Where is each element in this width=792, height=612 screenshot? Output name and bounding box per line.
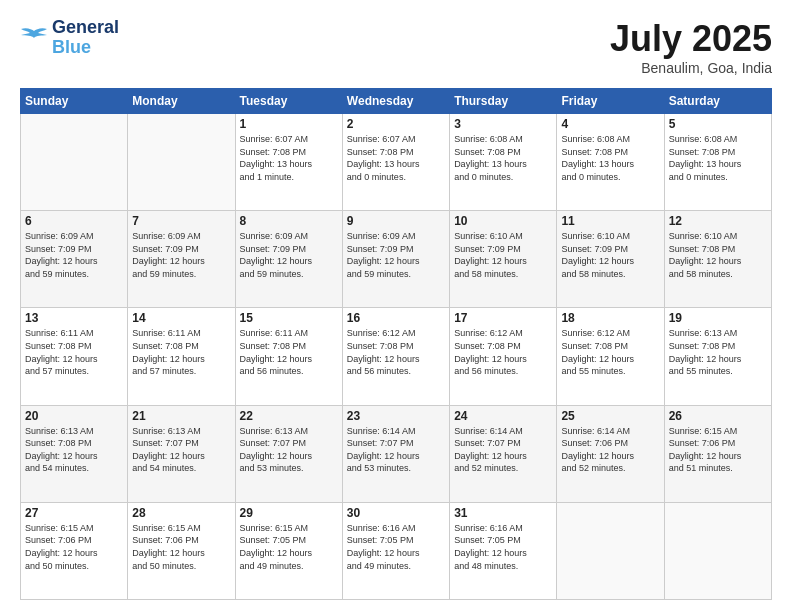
- col-wednesday: Wednesday: [342, 89, 449, 114]
- logo-icon: [20, 27, 48, 49]
- calendar-week-2: 6Sunrise: 6:09 AM Sunset: 7:09 PM Daylig…: [21, 211, 772, 308]
- calendar-cell: 25Sunrise: 6:14 AM Sunset: 7:06 PM Dayli…: [557, 405, 664, 502]
- header: General Blue July 2025 Benaulim, Goa, In…: [20, 18, 772, 76]
- day-info: Sunrise: 6:14 AM Sunset: 7:06 PM Dayligh…: [561, 425, 659, 475]
- calendar-cell: 18Sunrise: 6:12 AM Sunset: 7:08 PM Dayli…: [557, 308, 664, 405]
- day-number: 15: [240, 311, 338, 325]
- day-info: Sunrise: 6:07 AM Sunset: 7:08 PM Dayligh…: [240, 133, 338, 183]
- day-number: 9: [347, 214, 445, 228]
- calendar-cell: 30Sunrise: 6:16 AM Sunset: 7:05 PM Dayli…: [342, 502, 449, 599]
- day-info: Sunrise: 6:13 AM Sunset: 7:08 PM Dayligh…: [669, 327, 767, 377]
- day-info: Sunrise: 6:11 AM Sunset: 7:08 PM Dayligh…: [132, 327, 230, 377]
- calendar-week-3: 13Sunrise: 6:11 AM Sunset: 7:08 PM Dayli…: [21, 308, 772, 405]
- day-number: 3: [454, 117, 552, 131]
- day-number: 8: [240, 214, 338, 228]
- calendar-cell: 14Sunrise: 6:11 AM Sunset: 7:08 PM Dayli…: [128, 308, 235, 405]
- day-number: 10: [454, 214, 552, 228]
- month-title: July 2025: [610, 18, 772, 60]
- day-number: 5: [669, 117, 767, 131]
- calendar-cell: 7Sunrise: 6:09 AM Sunset: 7:09 PM Daylig…: [128, 211, 235, 308]
- title-block: July 2025 Benaulim, Goa, India: [610, 18, 772, 76]
- day-number: 18: [561, 311, 659, 325]
- day-info: Sunrise: 6:10 AM Sunset: 7:09 PM Dayligh…: [454, 230, 552, 280]
- day-number: 12: [669, 214, 767, 228]
- day-info: Sunrise: 6:08 AM Sunset: 7:08 PM Dayligh…: [454, 133, 552, 183]
- day-number: 29: [240, 506, 338, 520]
- page: General Blue July 2025 Benaulim, Goa, In…: [0, 0, 792, 612]
- day-info: Sunrise: 6:12 AM Sunset: 7:08 PM Dayligh…: [561, 327, 659, 377]
- day-number: 16: [347, 311, 445, 325]
- calendar-cell: [557, 502, 664, 599]
- calendar-cell: 2Sunrise: 6:07 AM Sunset: 7:08 PM Daylig…: [342, 114, 449, 211]
- day-number: 6: [25, 214, 123, 228]
- calendar-week-4: 20Sunrise: 6:13 AM Sunset: 7:08 PM Dayli…: [21, 405, 772, 502]
- calendar-cell: 4Sunrise: 6:08 AM Sunset: 7:08 PM Daylig…: [557, 114, 664, 211]
- calendar-cell: 9Sunrise: 6:09 AM Sunset: 7:09 PM Daylig…: [342, 211, 449, 308]
- day-info: Sunrise: 6:16 AM Sunset: 7:05 PM Dayligh…: [347, 522, 445, 572]
- day-number: 14: [132, 311, 230, 325]
- calendar-cell: 17Sunrise: 6:12 AM Sunset: 7:08 PM Dayli…: [450, 308, 557, 405]
- day-number: 20: [25, 409, 123, 423]
- calendar-cell: 3Sunrise: 6:08 AM Sunset: 7:08 PM Daylig…: [450, 114, 557, 211]
- day-info: Sunrise: 6:14 AM Sunset: 7:07 PM Dayligh…: [454, 425, 552, 475]
- calendar-cell: 21Sunrise: 6:13 AM Sunset: 7:07 PM Dayli…: [128, 405, 235, 502]
- col-monday: Monday: [128, 89, 235, 114]
- calendar-cell: 23Sunrise: 6:14 AM Sunset: 7:07 PM Dayli…: [342, 405, 449, 502]
- day-number: 27: [25, 506, 123, 520]
- calendar-cell: 31Sunrise: 6:16 AM Sunset: 7:05 PM Dayli…: [450, 502, 557, 599]
- col-thursday: Thursday: [450, 89, 557, 114]
- day-number: 24: [454, 409, 552, 423]
- calendar-cell: 1Sunrise: 6:07 AM Sunset: 7:08 PM Daylig…: [235, 114, 342, 211]
- calendar-cell: 12Sunrise: 6:10 AM Sunset: 7:08 PM Dayli…: [664, 211, 771, 308]
- location-subtitle: Benaulim, Goa, India: [610, 60, 772, 76]
- calendar-cell: [21, 114, 128, 211]
- col-friday: Friday: [557, 89, 664, 114]
- day-info: Sunrise: 6:09 AM Sunset: 7:09 PM Dayligh…: [240, 230, 338, 280]
- header-row: Sunday Monday Tuesday Wednesday Thursday…: [21, 89, 772, 114]
- calendar-cell: [664, 502, 771, 599]
- logo-text: General Blue: [52, 18, 119, 58]
- day-info: Sunrise: 6:12 AM Sunset: 7:08 PM Dayligh…: [454, 327, 552, 377]
- day-info: Sunrise: 6:07 AM Sunset: 7:08 PM Dayligh…: [347, 133, 445, 183]
- calendar-cell: 24Sunrise: 6:14 AM Sunset: 7:07 PM Dayli…: [450, 405, 557, 502]
- col-saturday: Saturday: [664, 89, 771, 114]
- day-number: 2: [347, 117, 445, 131]
- calendar-cell: 19Sunrise: 6:13 AM Sunset: 7:08 PM Dayli…: [664, 308, 771, 405]
- calendar-cell: 6Sunrise: 6:09 AM Sunset: 7:09 PM Daylig…: [21, 211, 128, 308]
- day-number: 4: [561, 117, 659, 131]
- calendar-cell: 10Sunrise: 6:10 AM Sunset: 7:09 PM Dayli…: [450, 211, 557, 308]
- day-number: 11: [561, 214, 659, 228]
- logo: General Blue: [20, 18, 119, 58]
- calendar-cell: 8Sunrise: 6:09 AM Sunset: 7:09 PM Daylig…: [235, 211, 342, 308]
- day-info: Sunrise: 6:15 AM Sunset: 7:06 PM Dayligh…: [669, 425, 767, 475]
- calendar-cell: 26Sunrise: 6:15 AM Sunset: 7:06 PM Dayli…: [664, 405, 771, 502]
- day-info: Sunrise: 6:10 AM Sunset: 7:08 PM Dayligh…: [669, 230, 767, 280]
- day-info: Sunrise: 6:11 AM Sunset: 7:08 PM Dayligh…: [240, 327, 338, 377]
- day-number: 19: [669, 311, 767, 325]
- day-number: 1: [240, 117, 338, 131]
- calendar-cell: 29Sunrise: 6:15 AM Sunset: 7:05 PM Dayli…: [235, 502, 342, 599]
- day-info: Sunrise: 6:15 AM Sunset: 7:06 PM Dayligh…: [132, 522, 230, 572]
- day-number: 28: [132, 506, 230, 520]
- col-tuesday: Tuesday: [235, 89, 342, 114]
- calendar-cell: 22Sunrise: 6:13 AM Sunset: 7:07 PM Dayli…: [235, 405, 342, 502]
- calendar-cell: 13Sunrise: 6:11 AM Sunset: 7:08 PM Dayli…: [21, 308, 128, 405]
- day-info: Sunrise: 6:11 AM Sunset: 7:08 PM Dayligh…: [25, 327, 123, 377]
- day-info: Sunrise: 6:15 AM Sunset: 7:05 PM Dayligh…: [240, 522, 338, 572]
- day-info: Sunrise: 6:16 AM Sunset: 7:05 PM Dayligh…: [454, 522, 552, 572]
- calendar-cell: 28Sunrise: 6:15 AM Sunset: 7:06 PM Dayli…: [128, 502, 235, 599]
- day-info: Sunrise: 6:13 AM Sunset: 7:07 PM Dayligh…: [132, 425, 230, 475]
- day-number: 31: [454, 506, 552, 520]
- day-number: 21: [132, 409, 230, 423]
- calendar-cell: 11Sunrise: 6:10 AM Sunset: 7:09 PM Dayli…: [557, 211, 664, 308]
- day-number: 7: [132, 214, 230, 228]
- day-number: 23: [347, 409, 445, 423]
- day-number: 22: [240, 409, 338, 423]
- day-info: Sunrise: 6:15 AM Sunset: 7:06 PM Dayligh…: [25, 522, 123, 572]
- calendar-cell: [128, 114, 235, 211]
- day-info: Sunrise: 6:09 AM Sunset: 7:09 PM Dayligh…: [25, 230, 123, 280]
- day-info: Sunrise: 6:14 AM Sunset: 7:07 PM Dayligh…: [347, 425, 445, 475]
- day-info: Sunrise: 6:10 AM Sunset: 7:09 PM Dayligh…: [561, 230, 659, 280]
- calendar-week-5: 27Sunrise: 6:15 AM Sunset: 7:06 PM Dayli…: [21, 502, 772, 599]
- calendar-table: Sunday Monday Tuesday Wednesday Thursday…: [20, 88, 772, 600]
